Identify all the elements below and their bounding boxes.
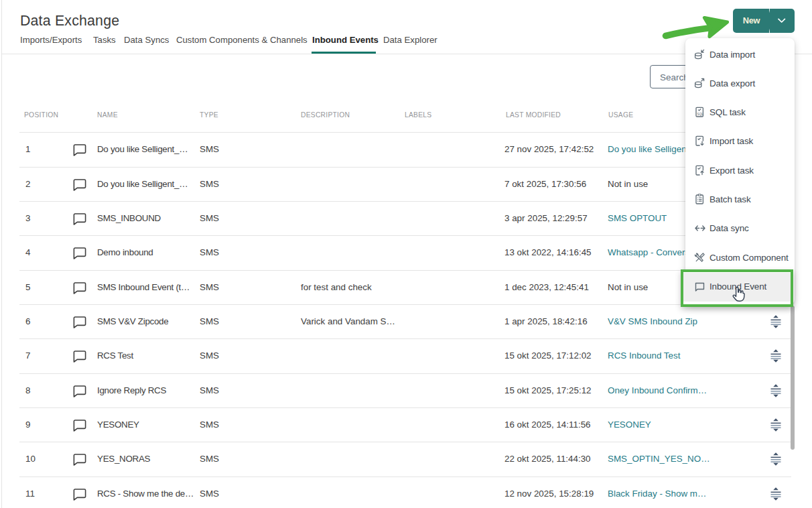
svg-text:SQL: SQL bbox=[697, 113, 704, 116]
